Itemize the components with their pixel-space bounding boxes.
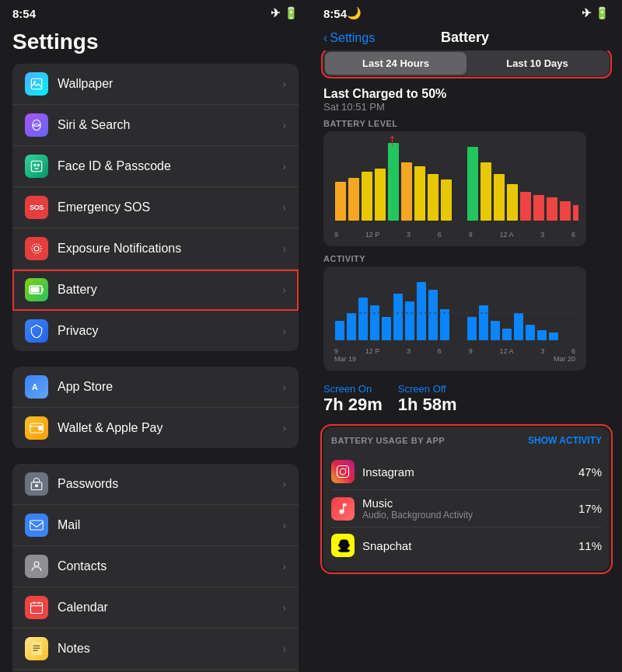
siri-label: Siri & Search [58, 118, 282, 132]
sidebar-item-wallet[interactable]: Wallet & Apple Pay › [12, 408, 299, 448]
app-item-music[interactable]: Music Audio, Background Activity 17% [331, 490, 602, 528]
svg-rect-67 [526, 325, 535, 340]
wallet-label: Wallet & Apple Pay [58, 421, 282, 435]
contacts-icon [25, 555, 48, 578]
mail-label: Mail [58, 518, 282, 532]
sidebar-item-siri[interactable]: Siri & Search › [12, 105, 299, 146]
show-activity-button[interactable]: SHOW ACTIVITY [528, 435, 602, 446]
instagram-icon [331, 460, 355, 483]
time-24h-button[interactable]: Last 24 Hours [325, 52, 466, 75]
time-10d-button[interactable]: Last 10 Days [466, 52, 608, 75]
wallpaper-chevron: › [282, 78, 286, 90]
sidebar-item-calendar[interactable]: Calendar › [12, 587, 299, 628]
right-panel: 8:54 🌙 ✈ 🔋 ‹ Settings Battery Last 24 Ho… [311, 0, 622, 672]
battery-chart-container: 100% 50% 0% [323, 131, 586, 246]
snapchat-name: Snapchat [362, 539, 578, 552]
sidebar-item-exposure[interactable]: Exposure Notifications › [12, 228, 299, 270]
siri-icon [25, 113, 48, 137]
activity-chart-svg: 60m 30m 0m [331, 274, 578, 344]
section-top: Wallpaper › Siri & Search › Face ID & Pa… [12, 64, 299, 351]
svg-text:A: A [32, 382, 38, 392]
activity-x-labels: 912 P36912 A36 [331, 347, 578, 355]
exposure-chevron: › [282, 242, 286, 255]
wallet-chevron: › [282, 422, 286, 434]
battery-icon [25, 278, 48, 301]
svg-rect-63 [479, 305, 488, 340]
exposure-label: Exposure Notifications [58, 242, 282, 256]
sidebar-item-contacts[interactable]: Contacts › [12, 546, 299, 587]
svg-rect-18 [31, 603, 43, 614]
sidebar-item-notes[interactable]: Notes › [12, 628, 299, 670]
svg-rect-66 [514, 313, 523, 340]
sidebar-item-wallpaper[interactable]: Wallpaper › [12, 64, 299, 105]
svg-rect-64 [491, 321, 500, 340]
svg-rect-45 [547, 197, 557, 221]
sidebar-item-privacy[interactable]: Privacy › [12, 311, 299, 351]
sidebar-item-passwords[interactable]: Passwords › [12, 464, 299, 505]
app-item-snapchat[interactable]: Snapchat 11% [331, 528, 602, 563]
sidebar-item-battery[interactable]: Battery › [12, 270, 299, 311]
back-chevron: ‹ [323, 31, 327, 45]
battery-chevron: › [282, 284, 286, 296]
mail-icon [25, 514, 48, 537]
contacts-label: Contacts [58, 559, 282, 573]
music-icon [331, 497, 355, 521]
right-status-bar: 8:54 🌙 ✈ 🔋 [311, 0, 622, 23]
svg-point-17 [34, 562, 39, 566]
music-detail: Audio, Background Activity [362, 510, 578, 521]
svg-rect-57 [393, 294, 403, 340]
siri-chevron: › [282, 119, 286, 131]
left-time: 8:54 [12, 7, 36, 20]
charged-info: Last Charged to 50% Sat 10:51 PM [323, 87, 610, 113]
svg-rect-22 [31, 642, 42, 656]
mail-chevron: › [282, 519, 286, 531]
svg-rect-65 [502, 329, 512, 340]
svg-rect-43 [520, 192, 531, 221]
screen-off-label: Screen Off [398, 383, 457, 395]
svg-rect-3 [31, 161, 42, 172]
svg-rect-16 [30, 521, 44, 530]
svg-rect-0 [31, 78, 42, 89]
instagram-percent: 47% [578, 465, 602, 479]
sidebar-item-appstore[interactable]: A App Store › [12, 367, 299, 408]
svg-rect-32 [362, 172, 372, 221]
calendar-icon [25, 596, 48, 619]
sidebar-item-faceid[interactable]: Face ID & Passcode › [12, 146, 299, 187]
battery-x-labels: 912 P36912 A36 [331, 231, 578, 239]
svg-point-15 [36, 485, 38, 487]
snapchat-percent: 11% [578, 539, 602, 552]
left-status-bar: 8:54 ✈ 🔋 [0, 0, 311, 23]
faceid-icon [25, 155, 48, 178]
sidebar-item-sos[interactable]: SOS Emergency SOS › [12, 187, 299, 228]
app-item-instagram[interactable]: Instagram 47% [331, 454, 602, 490]
svg-rect-44 [533, 195, 544, 221]
svg-rect-69 [549, 333, 558, 340]
svg-point-6 [34, 246, 39, 251]
privacy-icon [25, 319, 48, 343]
notes-chevron: › [282, 642, 286, 655]
svg-point-7 [32, 244, 41, 253]
svg-rect-53 [347, 313, 356, 340]
sos-label: Emergency SOS [58, 200, 282, 214]
svg-point-5 [37, 164, 39, 165]
battery-page-title: Battery [375, 30, 555, 46]
svg-rect-41 [494, 174, 505, 221]
back-button[interactable]: ‹ Settings [323, 31, 375, 45]
svg-rect-47 [573, 205, 578, 221]
notes-label: Notes [58, 642, 282, 656]
passwords-icon [25, 472, 48, 496]
appstore-icon: A [25, 375, 48, 399]
svg-rect-30 [335, 182, 346, 221]
svg-rect-68 [537, 330, 547, 340]
sidebar-item-mail[interactable]: Mail › [12, 505, 299, 546]
svg-rect-55 [370, 305, 379, 340]
svg-rect-36 [414, 166, 425, 221]
wallet-icon [25, 416, 48, 440]
svg-rect-35 [401, 162, 412, 221]
sos-chevron: › [282, 201, 286, 214]
svg-rect-33 [375, 169, 386, 221]
screen-on-value: 7h 29m [323, 395, 383, 415]
music-name: Music [362, 496, 578, 510]
svg-point-4 [34, 164, 36, 165]
back-label: Settings [330, 31, 375, 45]
